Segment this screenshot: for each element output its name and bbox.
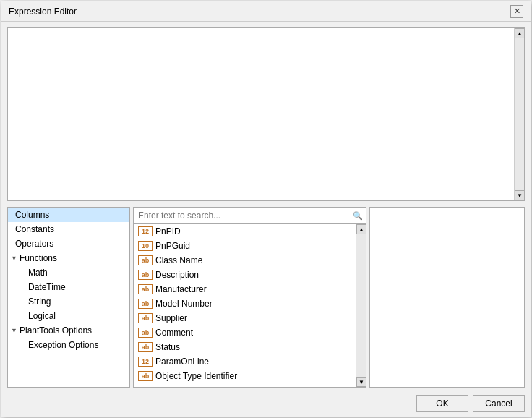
search-icon: 🔍	[350, 208, 366, 223]
functions-expander-icon: ▼	[11, 255, 18, 262]
title-bar: Expression Editor ✕	[1, 1, 531, 22]
list-item[interactable]: ab Model Number	[134, 297, 356, 311]
list-item-label: PnPGuid	[155, 241, 190, 251]
tree-item-functions[interactable]: ▼ Functions	[8, 251, 129, 265]
list-item-label: ParamOnLine	[155, 357, 209, 367]
list-item[interactable]: 12 ParamOnLine	[134, 354, 356, 369]
type-badge: ab	[138, 342, 153, 352]
type-badge: ab	[138, 313, 153, 323]
type-badge: ab	[138, 270, 153, 280]
list-items-container: 12 PnPID 10 PnPGuid ab Class Name ab Des…	[134, 224, 356, 387]
type-badge: 10	[138, 241, 153, 251]
list-item[interactable]: ab Comment	[134, 325, 356, 340]
ok-button[interactable]: OK	[416, 395, 468, 412]
list-scroll-track[interactable]	[356, 234, 366, 377]
list-item[interactable]: 12 PnPID	[134, 224, 356, 239]
editor-scroll-up[interactable]: ▲	[515, 28, 525, 38]
close-button[interactable]: ✕	[510, 5, 523, 18]
tree-item-columns[interactable]: Columns	[8, 208, 129, 222]
list-item[interactable]: 10 PnPGuid	[134, 239, 356, 253]
list-item-label: Class Name	[155, 255, 202, 265]
expression-editor-area: ▲ ▼	[7, 27, 525, 201]
list-item[interactable]: ab Status	[134, 340, 356, 354]
type-badge: 12	[138, 357, 153, 367]
list-item[interactable]: ab Object Type Identifier	[134, 369, 356, 383]
type-badge: ab	[138, 284, 153, 294]
list-item-label: Description	[155, 270, 199, 280]
list-item-label: Comment	[155, 328, 193, 338]
tree-item-exception[interactable]: Exception Options	[8, 338, 129, 352]
tree-item-math[interactable]: Math	[8, 265, 129, 280]
left-tree: Columns Constants Operators ▼ Functions …	[7, 207, 130, 388]
tree-item-logical[interactable]: Logical	[8, 309, 129, 323]
search-input[interactable]	[134, 208, 350, 223]
type-badge: ab	[138, 255, 153, 265]
editor-scroll-track[interactable]	[515, 38, 524, 190]
editor-scroll-down[interactable]: ▼	[515, 190, 525, 200]
expression-editor-dialog: Expression Editor ✕ ▲ ▼ Columns Constant…	[1, 1, 531, 417]
expression-input[interactable]	[8, 28, 514, 200]
list-item[interactable]: ab Supplier	[134, 311, 356, 325]
tree-item-datetime[interactable]: DateTime	[8, 280, 129, 294]
list-item[interactable]: ab Class Name	[134, 253, 356, 268]
type-badge: ab	[138, 299, 153, 309]
type-badge: 12	[138, 226, 153, 236]
tree-item-constants[interactable]: Constants	[8, 222, 129, 236]
planttools-expander-icon: ▼	[11, 327, 18, 334]
list-scroll-down[interactable]: ▼	[356, 377, 366, 387]
list-item-label: Model Number	[155, 299, 213, 309]
tree-item-planttools[interactable]: ▼ PlantTools Options	[8, 323, 129, 338]
list-item[interactable]: ab Description	[134, 268, 356, 282]
list-item-label: Status	[155, 342, 180, 352]
type-badge: ab	[138, 328, 153, 338]
list-item-label: Object Type Identifier	[155, 371, 237, 381]
tree-item-string[interactable]: String	[8, 294, 129, 309]
list-scrollbar: ▲ ▼	[356, 224, 366, 387]
type-badge: ab	[138, 371, 153, 381]
center-pane: 🔍 12 PnPID 10 PnPGuid ab Class Name ab D…	[133, 207, 366, 388]
list-item-label: Supplier	[155, 313, 187, 323]
cancel-button[interactable]: Cancel	[473, 395, 525, 412]
list-item-label: Manufacturer	[155, 284, 207, 294]
editor-scrollbar: ▲ ▼	[514, 28, 524, 200]
buttons-row: OK Cancel	[1, 391, 531, 417]
list-item-label: PnPID	[155, 226, 181, 236]
bottom-pane: Columns Constants Operators ▼ Functions …	[7, 207, 525, 388]
search-bar: 🔍	[133, 207, 366, 224]
tree-item-operators[interactable]: Operators	[8, 236, 129, 251]
columns-list: 12 PnPID 10 PnPGuid ab Class Name ab Des…	[133, 224, 366, 388]
right-pane	[369, 207, 525, 388]
dialog-title: Expression Editor	[9, 7, 77, 17]
list-scroll-up[interactable]: ▲	[356, 224, 366, 234]
list-item[interactable]: ab Manufacturer	[134, 282, 356, 297]
